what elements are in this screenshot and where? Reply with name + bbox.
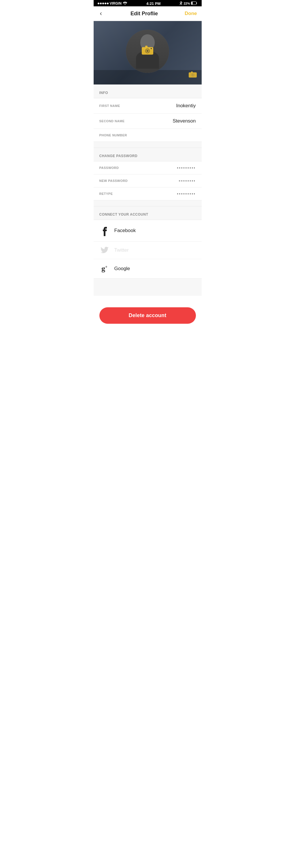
facebook-row[interactable]: Facebook <box>94 220 202 242</box>
connect-section-header: CONNECT YOUR ACCOUNT <box>94 206 202 220</box>
status-bar: VIRGIN 4:21 PM 22% <box>94 0 202 6</box>
retype-field-label: RETYPE <box>99 192 113 195</box>
delete-section: Delete account <box>94 296 202 338</box>
wifi-icon <box>123 1 127 6</box>
facebook-icon <box>99 225 110 236</box>
avatar[interactable] <box>126 30 169 73</box>
google-row[interactable]: g+ Google <box>94 259 202 278</box>
svg-point-0 <box>125 4 125 5</box>
battery-label: 22% <box>184 2 190 5</box>
svg-rect-11 <box>191 71 193 73</box>
camera-center-icon <box>141 45 154 58</box>
time-label: 4:21 PM <box>146 1 160 6</box>
retype-value: •••••••••• <box>177 192 196 195</box>
password-section-header: CHANGE PASSWORD <box>94 148 202 161</box>
password-field-label: PASSWORD <box>99 166 119 169</box>
done-button[interactable]: Done <box>185 11 197 17</box>
second-name-label: SECOND NAME <box>99 119 125 123</box>
bottom-spacer <box>94 338 202 396</box>
delete-account-button[interactable]: Delete account <box>99 307 196 324</box>
first-name-value: Inokentiy <box>176 103 196 109</box>
second-name-row[interactable]: SECOND NAME Stevenson <box>94 114 202 129</box>
spacer-1 <box>94 142 202 148</box>
phone-row[interactable]: PHONE NUMBER <box>94 129 202 142</box>
spacer-3 <box>94 278 202 296</box>
svg-rect-2 <box>192 2 193 5</box>
new-password-row[interactable]: NEW PASSWORD ••••••••• <box>94 175 202 187</box>
profile-header <box>94 21 202 85</box>
password-value: •••••••••• <box>177 166 196 169</box>
spacer-2 <box>94 200 202 206</box>
nav-bar: ‹ Edit Proflie Done <box>94 6 202 21</box>
twitter-row[interactable]: Twitter <box>94 242 202 259</box>
first-name-label: FIRST NAME <box>99 104 120 107</box>
new-password-field-label: NEW PASSWORD <box>99 179 128 183</box>
password-row[interactable]: PASSWORD •••••••••• <box>94 161 202 175</box>
status-left: VIRGIN <box>98 1 127 6</box>
twitter-label: Twitter <box>114 247 129 253</box>
avatar-container[interactable] <box>126 30 169 73</box>
info-section-header: INFO <box>94 85 202 98</box>
svg-rect-6 <box>145 46 148 48</box>
bluetooth-icon <box>179 1 183 6</box>
connect-label: CONNECT YOUR ACCOUNT <box>99 213 149 217</box>
camera-corner-icon[interactable] <box>188 71 197 80</box>
password-label: CHANGE PASSWORD <box>99 154 138 158</box>
facebook-label: Facebook <box>114 228 136 234</box>
retype-row[interactable]: RETYPE •••••••••• <box>94 187 202 200</box>
battery-icon <box>191 1 197 5</box>
google-label: Google <box>114 266 130 272</box>
info-label: INFO <box>99 91 108 95</box>
signal-dots <box>98 3 109 4</box>
phone-label: PHONE NUMBER <box>99 133 127 137</box>
second-name-value: Stevenson <box>172 118 196 124</box>
carrier-label: VIRGIN <box>110 1 122 5</box>
status-right: 22% <box>179 1 197 6</box>
back-button[interactable]: ‹ <box>98 9 104 18</box>
first-name-row[interactable]: FIRST NAME Inokentiy <box>94 98 202 114</box>
page-title: Edit Proflie <box>131 11 158 17</box>
svg-point-7 <box>151 48 152 49</box>
google-icon: g+ <box>99 265 110 273</box>
new-password-value: ••••••••• <box>179 179 196 183</box>
twitter-icon <box>99 247 110 254</box>
